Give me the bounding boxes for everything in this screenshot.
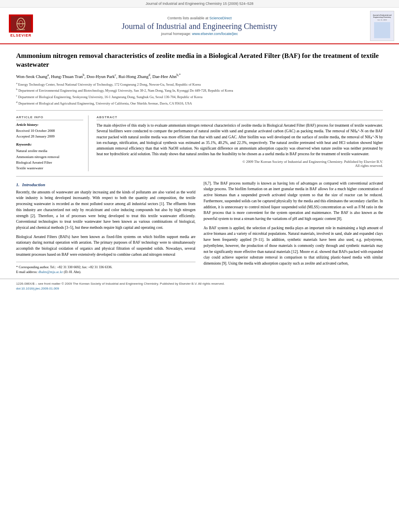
body-text-area: 1. Introduction Recently, the amounts of… — [16, 181, 383, 275]
keyword-1: Natural zeolite media — [16, 148, 83, 154]
body-col-left: 1. Introduction Recently, the amounts of… — [16, 181, 195, 275]
footnote-email: E-mail address: dhalm@mju.ac.kr (D.-H. A… — [16, 269, 195, 275]
homepage-url[interactable]: www.elsevier.com/locate/jiec — [192, 32, 238, 36]
elsevier-logo: ELSEVIER ELSEVIER — [5, 14, 37, 37]
article-info-label: ARTICLE INFO — [16, 115, 83, 120]
abstract-text: The main objective of this study is to e… — [97, 123, 383, 157]
footnote-text: * Corresponding author. Tel.: +82 31 330… — [16, 265, 195, 270]
elsevier-logo-area: ELSEVIER ELSEVIER — [5, 14, 37, 37]
copyright-line: © 2009 The Korean Society of Industrial … — [97, 160, 383, 168]
journal-header-center: Contents lists available at ScienceDirec… — [37, 16, 362, 36]
article-info-abstract-section: ARTICLE INFO Article history: Received 1… — [16, 115, 383, 171]
journal-thumbnail: Journal of Industrial and Engineering Ch… — [370, 11, 394, 41]
contents-available-text: Contents lists available at ScienceDirec… — [41, 16, 358, 20]
received-date: Received 10 October 2008 — [16, 128, 83, 134]
body-col-right: [6,7]. The BAF process normally is known… — [204, 181, 383, 275]
elsevier-text-label: ELSEVIER — [10, 33, 32, 37]
body-para-2: Biological Aerated Filters (BAFs) have b… — [16, 234, 195, 258]
body-para-4: As BAF system is applied, the selection … — [204, 225, 383, 267]
journal-citation-bar: Journal of Industrial and Engineering Ch… — [0, 0, 399, 8]
sciencedirect-link[interactable]: ScienceDirect — [210, 16, 232, 20]
keywords-text: Natural zeolite media Ammonium nitrogen … — [16, 148, 83, 171]
article-history-label: Article history: — [16, 123, 83, 127]
affiliation-b: b Department of Environmental Engineerin… — [16, 87, 383, 93]
body-para-3: [6,7]. The BAF process normally is known… — [204, 181, 383, 222]
affiliation-a: a Energy Technology Center, Seoul Nation… — [16, 81, 383, 87]
section-divider — [16, 176, 383, 177]
article-history-text: Received 10 October 2008 Accepted 28 Jan… — [16, 128, 83, 139]
doi-line: doi:10.1016/j.jiec.2009.01.009 — [16, 286, 383, 291]
issn-line: 1226-086X/$ – see front matter © 2009 Th… — [16, 281, 383, 286]
footnote-area: * Corresponding author. Tel.: +82 31 330… — [16, 262, 195, 275]
bottom-bar: 1226-086X/$ – see front matter © 2009 Th… — [0, 279, 399, 294]
keyword-4: Textile wastewater — [16, 165, 83, 171]
journal-header: ELSEVIER ELSEVIER Contents lists availab… — [0, 8, 399, 44]
main-content: Ammonium nitrogen removal characteristic… — [0, 44, 399, 279]
journal-header-right: Journal of Industrial and Engineering Ch… — [362, 11, 394, 41]
affiliation-d: d Department of Biological and Agricultu… — [16, 100, 383, 106]
article-title: Ammonium nitrogen removal characteristic… — [16, 51, 383, 69]
svg-text:ELSEVIER: ELSEVIER — [17, 29, 25, 31]
keyword-2: Ammonium nitrogen removal — [16, 154, 83, 160]
keywords-label: Keywords: — [16, 142, 83, 146]
journal-homepage: journal homepage: www.elsevier.com/locat… — [41, 32, 358, 36]
section1-heading: 1. Introduction — [16, 182, 195, 187]
abstract-label: ABSTRACT — [97, 115, 383, 120]
abstract-column: ABSTRACT The main objective of this stud… — [97, 115, 383, 171]
affiliation-c: c Department of Biological Engineering, … — [16, 94, 383, 100]
affiliations: a Energy Technology Center, Seoul Nation… — [16, 81, 383, 111]
footnote-email-link[interactable]: dhalm@mju.ac.kr — [38, 270, 63, 274]
elsevier-logo-image: ELSEVIER — [9, 14, 33, 33]
body-para-1: Recently, the amounts of wastewater are … — [16, 189, 195, 231]
keyword-3: Biological Aerated Filter — [16, 160, 83, 165]
accepted-date: Accepted 28 January 2009 — [16, 134, 83, 140]
page-wrapper: Journal of Industrial and Engineering Ch… — [0, 0, 399, 532]
journal-title: Journal of Industrial and Engineering Ch… — [41, 22, 358, 31]
journal-citation-text: Journal of Industrial and Engineering Ch… — [146, 2, 253, 6]
authors-line: Won-Seok Changa, Hung-Thuan Tranb, Doo-H… — [16, 73, 383, 79]
article-info-column: ARTICLE INFO Article history: Received 1… — [16, 115, 88, 171]
